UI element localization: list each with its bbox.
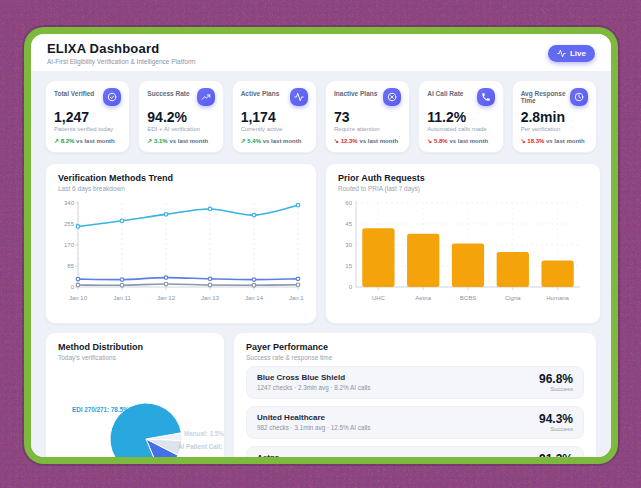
svg-text:60: 60 — [345, 200, 352, 206]
live-label: Live — [570, 49, 586, 58]
kpi-card-total-verified: Total Verified 1,247 Patients verified t… — [45, 80, 130, 153]
svg-text:Humana: Humana — [546, 295, 569, 301]
svg-text:Jan 15: Jan 15 — [289, 295, 304, 301]
kpi-card-inactive-plans: Inactive Plans 73 Require attention ↘ 12… — [325, 80, 410, 153]
trend-up-icon: ↗ — [54, 138, 59, 144]
chart-subtitle: Last 6 days breakdown — [58, 185, 304, 192]
prior-auth-requests-card: Prior Auth Requests Routed to PRIA (last… — [325, 163, 601, 324]
svg-text:85: 85 — [67, 263, 74, 269]
svg-text:0: 0 — [71, 284, 75, 290]
kpi-sub: Patients verified today — [54, 126, 121, 132]
kpi-card-ai-call-rate: AI Call Rate 11.2% Automated calls made … — [418, 80, 503, 153]
kpi-trend: ↗ 8.2% vs last month — [54, 137, 121, 144]
kpi-trend: ↘ 5.8% vs last month — [427, 137, 494, 144]
elixa-dashboard-window: ELIXA Dashboard AI-First Eligibility Ver… — [31, 34, 611, 457]
kpi-value: 1,174 — [241, 109, 308, 125]
trend-down-icon: ↘ — [427, 138, 432, 144]
payer-name: United Healthcare — [257, 413, 370, 422]
kpi-sub: Currently active — [241, 126, 308, 132]
page-title: ELIXA Dashboard — [47, 41, 195, 56]
success-rate-value: 94.3% — [539, 412, 573, 426]
svg-text:Jan 10: Jan 10 — [69, 295, 88, 301]
kpi-trend: ↘ 18.3% vs last month — [521, 137, 588, 144]
svg-text:170: 170 — [64, 242, 75, 248]
pie-label-edi: EDI 270/271: 78.5% — [72, 406, 129, 413]
page-subtitle: AI-First Eligibility Verification & Inte… — [47, 58, 195, 65]
success-rate-value: 96.8% — [539, 372, 573, 386]
kpi-card-active-plans: Active Plans 1,174 Currently active ↗ 5.… — [232, 80, 317, 153]
activity-icon — [557, 49, 566, 58]
verification-methods-trend-card: Verification Methods Trend Last 6 days b… — [45, 163, 317, 324]
svg-text:Jan 14: Jan 14 — [245, 295, 264, 301]
pie-label-ai-patient-call: AI Patient Call: 6.8% — [178, 443, 225, 450]
dashboard-header: ELIXA Dashboard AI-First Eligibility Ver… — [31, 34, 611, 72]
kpi-sub: Automated calls made — [427, 126, 494, 132]
payer-row-aetna[interactable]: Aetna876 checks · 3.8min avg · 15.3% AI … — [246, 446, 584, 457]
clock-icon — [570, 88, 588, 106]
payer-name: Blue Cross Blue Shield — [257, 373, 370, 382]
trending-up-icon — [197, 88, 215, 106]
kpi-sub: Require attention — [334, 126, 401, 132]
kpi-value: 2.8min — [521, 109, 588, 125]
kpi-trend: ↘ 12.3% vs last month — [334, 137, 401, 144]
payer-meta: 1247 checks · 2.3min avg · 8.2% AI calls — [257, 384, 370, 391]
check-circle-icon — [103, 88, 121, 106]
svg-text:340: 340 — [64, 200, 75, 206]
kpi-value: 73 — [334, 109, 401, 125]
kpi-card-success-rate: Success Rate 94.2% EDI + AI verification… — [138, 80, 223, 153]
kpi-card-avg-response-time: Avg Response Time 2.8min Per verificatio… — [512, 80, 597, 153]
bottom-row: Method Distribution Today's verification… — [45, 332, 597, 457]
kpi-row: Total Verified 1,247 Patients verified t… — [45, 80, 597, 153]
kpi-trend: ↗ 5.4% vs last month — [241, 137, 308, 144]
x-circle-icon — [383, 88, 401, 106]
success-label: Success — [539, 426, 573, 432]
trend-up-icon: ↗ — [241, 138, 246, 144]
svg-text:Jan 13: Jan 13 — [201, 295, 220, 301]
kpi-label: Success Rate — [147, 88, 189, 97]
kpi-label: Active Plans — [241, 88, 280, 97]
kpi-label: Total Verified — [54, 88, 94, 97]
phone-icon — [477, 88, 495, 106]
line-chart: Jan 10Jan 11Jan 12Jan 13Jan 14Jan 150851… — [58, 195, 304, 313]
success-rate-value: 91.2% — [539, 452, 573, 457]
kpi-trend: ↗ 3.1% vs last month — [147, 137, 214, 144]
kpi-label: Inactive Plans — [334, 88, 377, 97]
trend-down-icon: ↘ — [521, 138, 526, 144]
dashboard-content: Total Verified 1,247 Patients verified t… — [31, 72, 611, 457]
kpi-label: AI Call Rate — [427, 88, 463, 97]
trend-up-icon: ↗ — [147, 138, 152, 144]
svg-text:Aetna: Aetna — [415, 295, 431, 301]
svg-text:0: 0 — [349, 284, 353, 290]
pie-chart-area: EDI 270/271: 78.5% Manual: 3.5% AI Patie… — [58, 364, 212, 457]
success-label: Success — [539, 386, 573, 392]
kpi-value: 94.2% — [147, 109, 214, 125]
svg-text:BCBS: BCBS — [460, 295, 476, 301]
payer-row-bcbs[interactable]: Blue Cross Blue Shield1247 checks · 2.3m… — [246, 366, 584, 399]
chart-subtitle: Today's verifications — [58, 354, 212, 361]
svg-text:Cigna: Cigna — [505, 295, 521, 301]
payer-performance-card: Payer Performance Success rate & respons… — [233, 332, 597, 457]
kpi-value: 11.2% — [427, 109, 494, 125]
bar-chart: 015304560UHCAetnaBCBSCignaHumana — [338, 195, 588, 313]
payer-rows: Blue Cross Blue Shield1247 checks · 2.3m… — [246, 366, 584, 457]
payer-row-united-healthcare[interactable]: United Healthcare982 checks · 3.1min avg… — [246, 406, 584, 439]
svg-text:UHC: UHC — [372, 295, 386, 301]
svg-text:255: 255 — [64, 221, 75, 227]
chart-title: Verification Methods Trend — [58, 173, 304, 183]
chart-title: Prior Auth Requests — [338, 173, 588, 183]
svg-text:15: 15 — [345, 263, 352, 269]
payer-name: Aetna — [257, 453, 370, 457]
charts-row: Verification Methods Trend Last 6 days b… — [45, 163, 597, 324]
kpi-sub: EDI + AI verification — [147, 126, 214, 132]
kpi-value: 1,247 — [54, 109, 121, 125]
svg-text:45: 45 — [345, 221, 352, 227]
header-title-block: ELIXA Dashboard AI-First Eligibility Ver… — [47, 41, 195, 65]
live-status-button[interactable]: Live — [548, 45, 595, 62]
svg-text:Jan 11: Jan 11 — [113, 295, 131, 301]
pie-label-manual: Manual: 3.5% — [184, 430, 224, 437]
kpi-sub: Per verification — [521, 126, 588, 132]
svg-text:Jan 12: Jan 12 — [157, 295, 176, 301]
payer-meta: 982 checks · 3.1min avg · 12.5% AI calls — [257, 424, 370, 431]
chart-subtitle: Routed to PRIA (last 7 days) — [338, 185, 588, 192]
device-frame: ELIXA Dashboard AI-First Eligibility Ver… — [24, 27, 618, 464]
